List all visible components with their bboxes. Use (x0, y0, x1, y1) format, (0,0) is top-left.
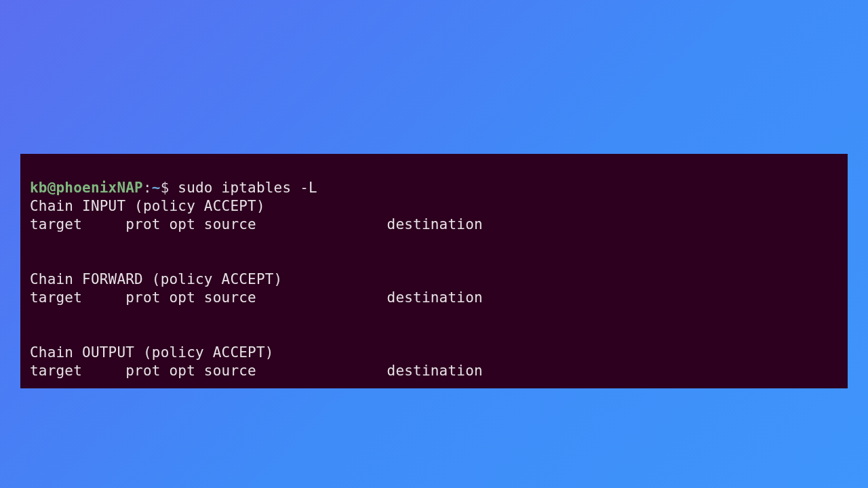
output-blank-line (30, 234, 838, 252)
terminal-window[interactable]: kb@phoenixNAP:~$ sudo iptables -L Chain … (20, 154, 848, 388)
prompt-at: @ (47, 180, 56, 196)
output-chain-output-cols: target prot opt source destination (30, 363, 483, 379)
command-text: sudo iptables -L (178, 180, 317, 196)
prompt-colon: : (143, 180, 152, 196)
prompt-path: ~ (152, 180, 161, 196)
prompt-line: kb@phoenixNAP:~$ sudo iptables -L (30, 180, 317, 196)
prompt-user: kb (30, 180, 47, 196)
prompt-dollar: $ (161, 180, 178, 196)
prompt-host: phoenixNAP (56, 180, 143, 196)
output-chain-forward-cols: target prot opt source destination (30, 289, 483, 306)
output-chain-forward-header: Chain FORWARD (policy ACCEPT) (30, 271, 282, 287)
output-chain-output-header: Chain OUTPUT (policy ACCEPT) (30, 344, 274, 361)
output-blank-line (30, 307, 838, 325)
output-chain-input-cols: target prot opt source destination (30, 216, 483, 232)
output-chain-input-header: Chain INPUT (policy ACCEPT) (30, 198, 265, 214)
